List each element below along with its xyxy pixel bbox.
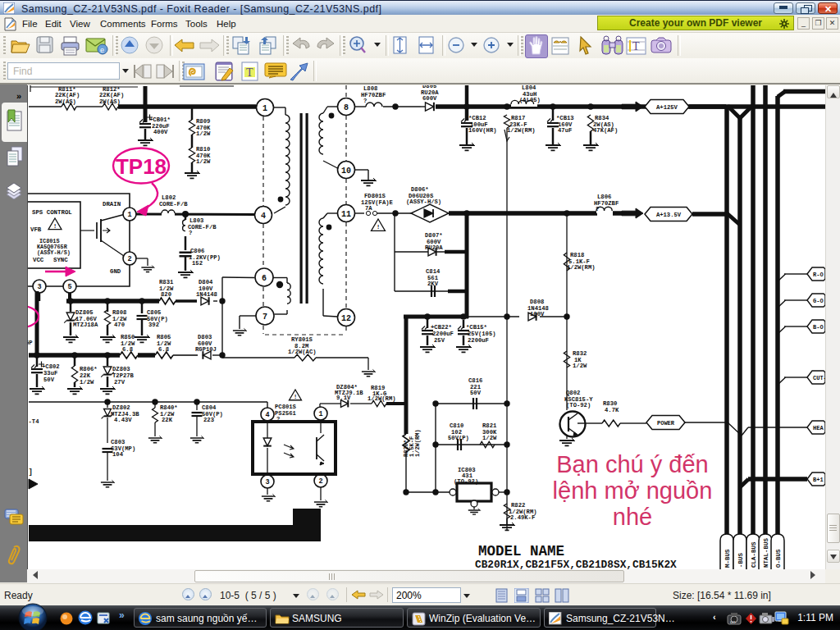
svg-text:!: !: [377, 224, 380, 231]
svg-text:47uF: 47uF: [558, 127, 572, 134]
svg-text:-BUS: -BUS: [737, 552, 744, 568]
svg-text:+C802: +C802: [42, 363, 60, 370]
svg-text:SPS CONTROL: SPS CONTROL: [32, 209, 72, 216]
svg-text:6: 6: [262, 274, 267, 283]
svg-text:1/2W(RM): 1/2W(RM): [567, 264, 596, 271]
svg-text:152: 152: [192, 260, 203, 267]
svg-text:SYNC: SYNC: [53, 257, 68, 263]
svg-text:6.8: 6.8: [122, 346, 133, 353]
svg-text:4.7K: 4.7K: [605, 407, 619, 413]
svg-text:!: !: [294, 394, 297, 400]
svg-text:RU20A: RU20A: [425, 244, 443, 251]
svg-text:T2P27B: T2P27B: [112, 372, 135, 379]
svg-text:1/2W: 1/2W: [573, 363, 587, 369]
svg-text:DRAIN: DRAIN: [103, 201, 121, 208]
svg-text:2: 2: [318, 477, 322, 486]
svg-text:A+125V: A+125V: [656, 104, 678, 111]
svg-text:TP18: TP18: [116, 154, 167, 179]
svg-text:RGP10J: RGP10J: [195, 346, 217, 353]
svg-text:4: 4: [265, 411, 269, 419]
svg-text:2W(AS): 2W(AS): [99, 98, 121, 105]
svg-text:?: ?: [276, 416, 280, 422]
svg-text:(TO-92): (TO-92): [566, 402, 591, 409]
svg-text:400V: 400V: [153, 129, 168, 135]
svg-text:104: 104: [112, 451, 124, 458]
svg-text:M-BUS: M-BUS: [724, 549, 731, 568]
svg-text:11: 11: [341, 210, 351, 219]
svg-text:B-O: B-O: [813, 324, 824, 331]
svg-text:8: 8: [344, 103, 349, 112]
svg-text:4: 4: [261, 212, 266, 221]
svg-text:CB20R1X,CB21F5X,CB21D8SX,CB15K: CB20R1X,CB21F5X,CB21D8SX,CB15K2X: [475, 559, 677, 570]
svg-text:A+13.5V: A+13.5V: [656, 212, 682, 218]
svg-text:50V: 50V: [470, 390, 482, 396]
svg-text:223: 223: [203, 417, 214, 423]
svg-text:MTZJ18A: MTZJ18A: [73, 322, 98, 328]
svg-text:GP: GP: [28, 340, 33, 346]
svg-text:3: 3: [265, 478, 269, 486]
svg-text:160V(HR): 160V(HR): [468, 127, 497, 134]
svg-text:?: ?: [363, 98, 367, 104]
svg-text:-T4: -T4: [29, 418, 40, 425]
svg-text:2: 2: [127, 255, 131, 263]
svg-text:R-O: R-O: [813, 272, 824, 278]
svg-text:!: !: [53, 223, 57, 230]
svg-text:T: T: [632, 40, 640, 52]
svg-text:(ASSY-H/S): (ASSY-H/S): [37, 249, 71, 256]
svg-text:3: 3: [37, 283, 41, 291]
svg-text:33uF: 33uF: [43, 370, 57, 377]
svg-text:27V: 27V: [114, 379, 126, 386]
svg-text:6.8: 6.8: [158, 346, 169, 353]
svg-text:1: 1: [262, 104, 267, 113]
svg-text:470: 470: [114, 322, 125, 328]
svg-text:POWER: POWER: [657, 420, 675, 427]
svg-text:1: 1: [127, 211, 131, 219]
svg-text:5: 5: [67, 283, 71, 291]
svg-text:7A: 7A: [365, 205, 372, 212]
svg-text:MODEL NAME: MODEL NAME: [478, 543, 564, 559]
svg-text:4.43V: 4.43V: [114, 417, 132, 423]
svg-text:2KV: 2KV: [427, 281, 439, 287]
svg-text:T: T: [246, 66, 253, 79]
svg-text:e: e: [100, 46, 104, 54]
svg-text:(TO-92): (TO-92): [454, 478, 478, 485]
svg-text:9.1V: 9.1V: [336, 395, 351, 401]
svg-text:(ASSY-H/S): (ASSY-H/S): [406, 199, 441, 205]
svg-text:VCC: VCC: [33, 257, 44, 263]
svg-text:CORE-F/B: CORE-F/B: [159, 201, 188, 208]
svg-text:?: ?: [189, 230, 192, 236]
svg-text:R806*: R806*: [80, 366, 98, 372]
svg-text:2200uF: 2200uF: [468, 337, 489, 344]
svg-text:7: 7: [262, 313, 267, 322]
svg-text:HEA: HEA: [813, 425, 824, 431]
svg-text:600V: 600V: [422, 95, 437, 102]
svg-text:CLA-BUS: CLA-BUS: [751, 541, 757, 568]
svg-text:on: on: [730, 619, 736, 624]
svg-text:1/2W(AC): 1/2W(AC): [288, 349, 317, 355]
svg-text:1: 1: [318, 410, 322, 418]
svg-text:2W(AS): 2W(AS): [55, 98, 76, 105]
svg-text:?: ?: [596, 206, 599, 212]
svg-text:G-O: G-O: [813, 298, 824, 304]
svg-text:lệnh mở nguồn: lệnh mở nguồn: [553, 477, 713, 504]
svg-text:22K: 22K: [162, 417, 173, 423]
svg-text:50V(P): 50V(P): [448, 435, 469, 441]
svg-text:]: ]: [29, 468, 33, 477]
svg-text:2.49K-F: 2.49K-F: [510, 514, 535, 521]
svg-text:22K: 22K: [80, 372, 91, 379]
svg-text:1/2W: 1/2W: [482, 435, 497, 441]
svg-text:(AL05): (AL05): [519, 97, 541, 103]
svg-text:50V: 50V: [43, 377, 55, 383]
svg-text:Bạn chú ý đến: Bạn chú ý đến: [556, 451, 708, 477]
svg-text:CUT-: CUT-: [813, 375, 826, 381]
svg-text:47K(AF): 47K(AF): [593, 127, 618, 134]
svg-text:1/2W: 1/2W: [196, 158, 211, 165]
svg-text:1N4148: 1N4148: [196, 291, 217, 298]
svg-text:NTAL-BUS: NTAL-BUS: [763, 537, 769, 568]
svg-text:820: 820: [161, 291, 171, 298]
svg-text:1/2W: 1/2W: [196, 130, 211, 137]
svg-text:1/2W(RM): 1/2W(RM): [368, 395, 396, 402]
svg-text:GND: GND: [110, 268, 121, 275]
svg-text:1/2W(RM): 1/2W(RM): [507, 127, 536, 134]
svg-text:nhé: nhé: [613, 504, 652, 530]
